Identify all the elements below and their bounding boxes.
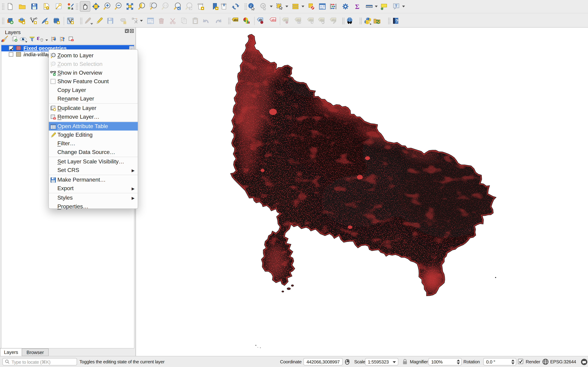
svg-text:T: T xyxy=(395,4,398,8)
svg-text:?: ? xyxy=(396,18,398,24)
svg-text:abc: abc xyxy=(296,18,301,21)
svg-text:i: i xyxy=(250,4,251,8)
svg-text:ε: ε xyxy=(37,35,40,42)
svg-text:abc: abc xyxy=(234,18,238,21)
svg-text:abc: abc xyxy=(309,18,314,21)
svg-text:a: a xyxy=(71,7,73,10)
svg-text:abc: abc xyxy=(320,18,324,21)
svg-text:abc: abc xyxy=(271,18,276,21)
svg-text:Σ: Σ xyxy=(355,3,359,10)
svg-text:abc: abc xyxy=(284,18,288,21)
svg-text:1:1: 1:1 xyxy=(164,4,167,7)
